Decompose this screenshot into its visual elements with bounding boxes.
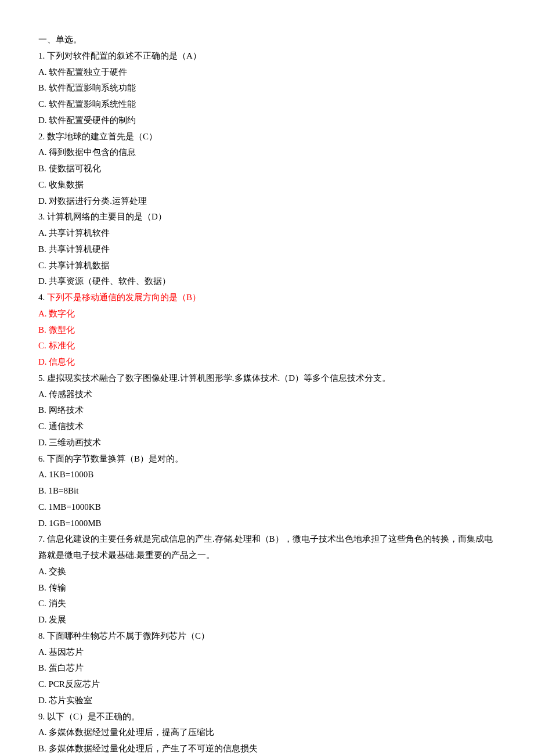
option-text: 数字化 (49, 309, 75, 318)
question-text: 信息化建设的主要任务就是完成信息的产生.存储.处理和（B），微电子技术出色地承担… (38, 534, 493, 560)
option: D. 共享资源（硬件、软件、数据） (38, 273, 496, 290)
separator-dot: . (44, 422, 49, 431)
option: D. 软件配置受硬件的制约 (38, 113, 496, 129)
question-text: 下列不是移动通信的发展方向的是（B） (47, 293, 201, 302)
option-text: 芯片实验室 (49, 696, 92, 705)
option-label: B (38, 744, 44, 753)
option-text: 收集数据 (49, 180, 84, 189)
option: A. 得到数据中包含的信息 (38, 145, 496, 161)
option: A. 交换 (38, 564, 496, 580)
question-stem: 9. 以下（C）是不正确的。 (38, 709, 496, 725)
option: B. 软件配置影响系统功能 (38, 80, 496, 96)
option-label: C (38, 99, 44, 109)
option-text: 共享计算机数据 (49, 261, 110, 270)
question-stem: 1. 下列对软件配置的叙述不正确的是（A） (38, 48, 496, 64)
separator-dot: . (44, 180, 49, 189)
option-label: B (38, 83, 44, 92)
option-label: D (38, 615, 45, 624)
option-label: D (38, 196, 45, 206)
option: B. 共享计算机硬件 (38, 242, 496, 258)
option: C. 软件配置影响系统性能 (38, 96, 496, 113)
separator-dot: . (43, 293, 48, 302)
question-stem: 7. 信息化建设的主要任务就是完成信息的产生.存储.处理和（B），微电子技术出色… (38, 531, 496, 564)
option: B. 1B=8Bit (38, 483, 496, 499)
option: C. 1MB=1000KB (38, 499, 496, 516)
option-label: A (38, 470, 45, 479)
option: D. 发展 (38, 612, 496, 628)
option: C. 通信技术 (38, 419, 496, 435)
option-label: C (38, 679, 44, 689)
option: B. 网络技术 (38, 402, 496, 419)
separator-dot: . (43, 534, 48, 543)
option-text: PCR反应芯片 (49, 679, 100, 689)
question-number: 9 (38, 712, 43, 721)
option: D. 1GB=1000MB (38, 516, 496, 532)
option-label: B (38, 486, 44, 495)
option-text: 软件配置受硬件的制约 (49, 116, 136, 125)
option-label: A (38, 228, 45, 237)
separator-dot: . (43, 631, 48, 640)
option-text: 多媒体数据经过量化处理后，提高了压缩比 (49, 728, 214, 737)
separator-dot: . (43, 373, 48, 383)
option-label: C (38, 341, 44, 350)
option-text: 软件配置影响系统功能 (49, 83, 136, 92)
option-label: A (38, 567, 45, 576)
option-label: A (38, 647, 45, 657)
option: C. 消失 (38, 596, 496, 612)
option: C. 标准化 (38, 338, 496, 354)
document-body: 一、单选。1. 下列对软件配置的叙述不正确的是（A）A. 软件配置独立于硬件B.… (38, 32, 496, 756)
option: A. 传感器技术 (38, 387, 496, 403)
option: C. 共享计算机数据 (38, 258, 496, 274)
option-label: A (38, 728, 45, 737)
option-text: 通信技术 (49, 422, 84, 431)
question-text: 数字地球的建立首先是（C） (47, 132, 157, 141)
question-number: 7 (38, 534, 43, 543)
separator-dot: . (44, 99, 49, 109)
question-text: 计算机网络的主要目的是（D） (47, 212, 167, 221)
question-number: 3 (38, 212, 43, 221)
option-text: 对数据进行分类.运算处理 (49, 196, 147, 206)
separator-dot: . (44, 663, 49, 672)
option-label: B (38, 325, 44, 334)
option-label: B (38, 583, 44, 592)
option-text: 软件配置影响系统性能 (49, 99, 136, 109)
separator-dot: . (44, 325, 49, 334)
option: B. 使数据可视化 (38, 161, 496, 177)
option-text: 共享计算机软件 (49, 228, 110, 237)
question-stem: 3. 计算机网络的主要目的是（D） (38, 209, 496, 225)
question-number: 8 (38, 631, 43, 640)
option-text: 软件配置独立于硬件 (49, 67, 127, 77)
option-text: 共享计算机硬件 (49, 244, 110, 254)
option: D. 信息化 (38, 354, 496, 370)
option-text: 1GB=1000MB (49, 519, 101, 528)
separator-dot: . (44, 341, 49, 350)
option-label: A (38, 390, 45, 399)
option-label: D (38, 519, 45, 528)
separator-dot: . (44, 502, 49, 512)
option: A. 软件配置独立于硬件 (38, 64, 496, 81)
option: A. 基因芯片 (38, 645, 496, 661)
separator-dot: . (44, 486, 49, 495)
separator-dot: . (43, 712, 48, 721)
section-header: 一、单选。 (38, 32, 496, 48)
question-text: 下面哪种生物芯片不属于微阵列芯片（C） (47, 631, 210, 640)
option-label: D (38, 276, 45, 286)
question-number: 6 (38, 454, 43, 463)
option: A. 多媒体数据经过量化处理后，提高了压缩比 (38, 725, 496, 741)
option-text: 网络技术 (49, 405, 84, 415)
question-stem: 6. 下面的字节数量换算（B）是对的。 (38, 451, 496, 467)
option-text: 信息化 (49, 357, 75, 366)
option: C. PCR反应芯片 (38, 676, 496, 693)
option-text: 标准化 (49, 341, 75, 350)
option: D. 对数据进行分类.运算处理 (38, 193, 496, 210)
question-number: 2 (38, 132, 43, 141)
option: D. 芯片实验室 (38, 693, 496, 709)
option: C. 收集数据 (38, 177, 496, 193)
question-stem: 8. 下面哪种生物芯片不属于微阵列芯片（C） (38, 628, 496, 645)
question-stem: 5. 虚拟现实技术融合了数字图像处理.计算机图形学.多媒体技术.（D）等多个信息… (38, 370, 496, 387)
option-text: 微型化 (49, 325, 75, 334)
option-label: D (38, 696, 45, 705)
option-label: D (38, 116, 45, 125)
option-text: 传输 (49, 583, 66, 592)
separator-dot: . (44, 405, 49, 415)
